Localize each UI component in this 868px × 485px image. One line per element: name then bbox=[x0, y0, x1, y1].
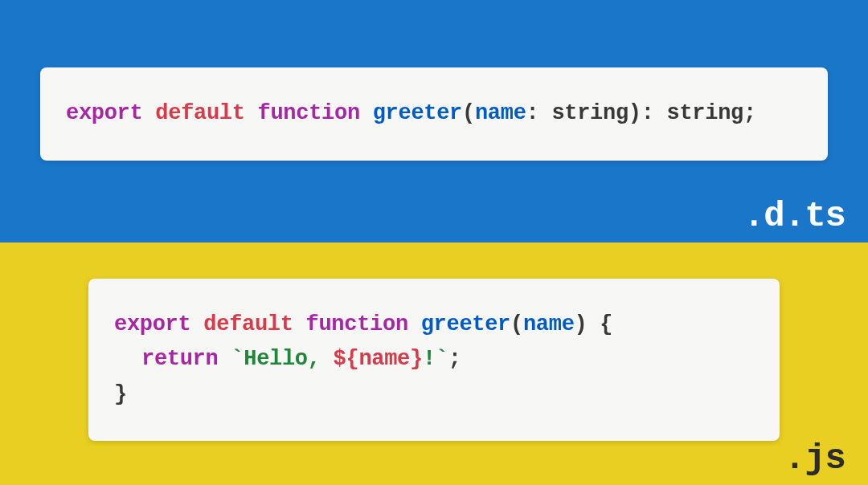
colon: : bbox=[641, 101, 667, 125]
js-code-line-1: export default function greeter(name) { bbox=[114, 308, 754, 342]
dts-code-line: export default function greeter(name: st… bbox=[66, 96, 802, 131]
js-code-line-2: return `Hello, ${name}!`; bbox=[114, 342, 754, 377]
colon: : bbox=[526, 101, 552, 125]
keyword-function: function bbox=[258, 101, 360, 125]
keyword-export: export bbox=[66, 101, 142, 125]
semicolon: ; bbox=[743, 101, 756, 125]
param-type: string bbox=[551, 101, 628, 125]
function-name: greeter bbox=[373, 101, 462, 125]
close-paren: ) bbox=[628, 101, 641, 125]
dts-code-box: export default function greeter(name: st… bbox=[40, 67, 828, 160]
return-type: string bbox=[667, 101, 743, 125]
backtick: ` bbox=[218, 347, 244, 371]
keyword-function: function bbox=[306, 312, 408, 336]
js-code-line-3: } bbox=[114, 377, 754, 412]
interp-open: ${ bbox=[334, 347, 359, 371]
function-name: greeter bbox=[421, 312, 510, 336]
dts-panel: export default function greeter(name: st… bbox=[0, 0, 868, 243]
interp-close: } bbox=[410, 347, 423, 371]
keyword-default: default bbox=[203, 312, 293, 336]
open-paren: ( bbox=[462, 101, 475, 125]
interp-var: name bbox=[358, 347, 410, 371]
keyword-default: default bbox=[155, 101, 244, 125]
js-panel: export default function greeter(name) { … bbox=[0, 243, 868, 485]
string-literal: Hello, bbox=[244, 347, 333, 371]
param-name: name bbox=[475, 101, 526, 125]
close-brace: } bbox=[114, 382, 127, 406]
close-paren-brace: ) { bbox=[575, 312, 613, 336]
backtick: ` bbox=[436, 347, 448, 371]
keyword-return: return bbox=[141, 347, 218, 371]
open-paren: ( bbox=[510, 312, 523, 336]
dts-label: .d.ts bbox=[743, 196, 845, 236]
js-code-box: export default function greeter(name) { … bbox=[88, 279, 780, 441]
string-literal: ! bbox=[423, 347, 436, 371]
param-name: name bbox=[523, 312, 575, 336]
semicolon: ; bbox=[448, 347, 461, 371]
keyword-export: export bbox=[114, 312, 190, 336]
js-label: .js bbox=[784, 438, 845, 479]
